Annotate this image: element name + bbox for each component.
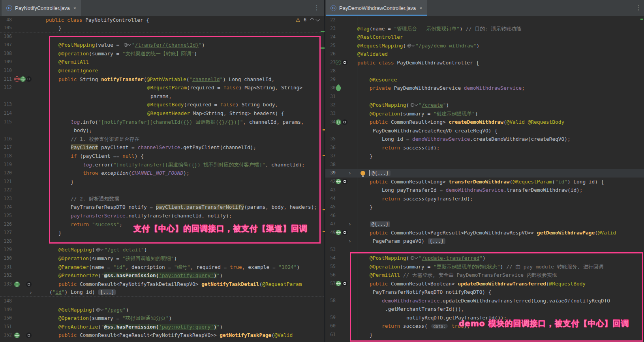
code-line-wrap[interactable]: ›("id") Long id) {...} [0, 288, 324, 297]
url-globe-icon[interactable] [407, 43, 414, 48]
endpoint-icon[interactable] [336, 119, 341, 125]
code-line-26[interactable]: 26@Validated [325, 50, 644, 59]
line-number[interactable]: 59 [325, 314, 336, 322]
api-doc-icon[interactable] [342, 230, 347, 235]
line-number[interactable]: 125 [0, 212, 12, 220]
line-number[interactable]: 57 [325, 280, 336, 288]
line-number[interactable]: 38 [325, 161, 336, 169]
code-line-53[interactable]: 53 [325, 246, 644, 254]
code-line-110[interactable]: 110@TenantIgnore [0, 66, 324, 75]
code-line-38[interactable]: 38 [325, 161, 644, 169]
url-globe-icon[interactable] [96, 248, 103, 252]
endpoint-icon[interactable] [336, 179, 341, 184]
code-line-23[interactable]: 23@Tag(name = "管理后台 - 示例提现订单") // 目的: 演示… [325, 25, 644, 33]
code-line-123[interactable]: 123// 2. 解析通知数据 [0, 195, 324, 203]
line-number[interactable]: 25 [325, 42, 336, 50]
line-number[interactable]: 22 [325, 16, 336, 25]
line-number[interactable]: 130 [0, 254, 12, 263]
line-number[interactable]: 129 [0, 246, 12, 254]
line-number[interactable]: 106 [0, 32, 12, 41]
code-line-wrap[interactable]: body); [0, 126, 324, 135]
code-line-36[interactable]: 36return success(id); [325, 144, 644, 152]
code-line-118[interactable]: 118if (payClient == null) { [0, 152, 324, 161]
api-doc-icon[interactable] [26, 333, 32, 338]
code-line-116[interactable]: 116// 1. 校验支付渠道是否存在 [0, 135, 324, 144]
line-number[interactable]: 58 [325, 297, 336, 305]
code-line-44[interactable]: 44return success(payTransferId); [325, 195, 644, 203]
code-line-111[interactable]: 111mpublic String notifyTransfer(@PathVa… [0, 75, 324, 84]
endpoint-icon[interactable] [14, 282, 20, 287]
endpoint-icon[interactable] [20, 76, 26, 82]
code-line-129[interactable]: 129@GetMapping("/get-detail") [0, 246, 324, 254]
line-number[interactable]: 54 [325, 254, 336, 263]
line-number[interactable]: 107 [0, 41, 12, 49]
code-line-109[interactable]: 109@PermitAll [0, 58, 324, 66]
code-line-115[interactable]: 115log.info("[notifyTransfer][channelId(… [0, 118, 324, 127]
folded-code-chip[interactable]: {...} [98, 289, 116, 295]
line-number[interactable]: 43 [325, 186, 336, 195]
prev-warning-icon[interactable] [310, 17, 314, 22]
code-line-152[interactable]: 152public CommonResult<PageResult<PayNot… [0, 331, 324, 340]
code-line-33[interactable]: 33@Operation(summary = "创建示例提现单") [325, 110, 644, 118]
code-line-112[interactable]: 112@RequestParam(required = false) Map<S… [0, 83, 324, 92]
code-line-54[interactable]: 54@PostMapping("/update-transferred") [325, 254, 644, 263]
line-number[interactable]: 49 [325, 229, 336, 237]
code-line-34[interactable]: 34public CommonResult<Long> createDemoWi… [325, 118, 644, 127]
code-line-114[interactable]: 114@RequestHeader Map<String, String> he… [0, 109, 324, 118]
api-doc-icon[interactable] [342, 60, 347, 65]
line-number[interactable]: 42 [325, 178, 336, 186]
code-line-57[interactable]: 57public CommonResult<Boolean> updateDem… [325, 280, 644, 288]
line-number[interactable]: 61 [325, 331, 336, 339]
api-doc-icon[interactable] [342, 179, 347, 184]
line-number[interactable]: 34 [325, 118, 336, 127]
line-number[interactable]: 119 [0, 161, 12, 169]
code-line-28[interactable]: 28 [325, 67, 644, 76]
code-line-105[interactable]: 105} [0, 24, 324, 32]
folded-code-chip[interactable]: {...} [428, 238, 445, 244]
editor-paynotifycontroller[interactable]: 105}106107@PostMapping(value = "/transfe… [0, 16, 324, 342]
line-number[interactable]: 116 [0, 135, 12, 144]
test-check-icon[interactable]: ✓ [336, 60, 341, 65]
line-number[interactable]: 31 [325, 93, 336, 101]
code-line-42[interactable]: 42public CommonResult<Long> transferDemo… [325, 178, 644, 186]
line-number[interactable]: 115 [0, 118, 12, 127]
sticky-class-header[interactable]: 48 public class PayNotifyController { ⚠ … [0, 16, 324, 24]
line-number[interactable]: 133 [0, 280, 12, 289]
line-number[interactable]: 36 [325, 144, 336, 152]
code-line-30[interactable]: 30private PayDemoWithdrawService demoWit… [325, 84, 644, 93]
code-line-113[interactable]: 113@RequestBody(required = false) String… [0, 100, 324, 109]
code-line-125[interactable]: 125payTransferService.notifyTransfer(cha… [0, 212, 324, 220]
line-number[interactable]: 110 [0, 66, 12, 75]
code-line-24[interactable]: 24@RestController [325, 33, 644, 42]
line-number[interactable]: 111 [0, 75, 12, 84]
code-line-46[interactable]: 46 [325, 212, 644, 220]
code-line-31[interactable]: 31 [325, 93, 644, 101]
url-globe-icon[interactable] [124, 43, 131, 47]
mock-icon[interactable]: m [14, 76, 20, 82]
code-line-wrap[interactable]: .getMerchantTransferId()), [325, 305, 644, 314]
code-line-151[interactable]: 151@PreAuthorize("@ss.hasPermission('pay… [0, 323, 324, 331]
line-number[interactable]: 151 [0, 323, 12, 331]
code-line-27[interactable]: 27✓public class PayDemoWithdrawControlle… [325, 59, 644, 67]
code-line-49[interactable]: 49public CommonResult<PageResult<PayDemo… [325, 229, 644, 237]
line-number[interactable]: 47 [325, 220, 336, 229]
code-line-108[interactable]: 108@Operation(summary = "支付渠道的统一【转账】回调") [0, 49, 324, 58]
code-line-29[interactable]: 29@Resource [325, 76, 644, 84]
line-number[interactable]: 30 [325, 84, 336, 93]
code-line-128[interactable]: 128 [0, 237, 324, 246]
line-number[interactable]: 105 [0, 24, 12, 32]
intention-bulb-icon[interactable] [360, 171, 365, 176]
code-line-32[interactable]: 32@PostMapping("/create") [325, 101, 644, 110]
code-line-58[interactable]: 58demoWithdrawService.updateDemoWithdraw… [325, 297, 644, 305]
line-number[interactable]: 121 [0, 178, 12, 186]
editor-paydemowithdrawcontroller[interactable]: 2223@Tag(name = "管理后台 - 示例提现订单") // 目的: … [325, 16, 644, 342]
line-number[interactable]: 32 [325, 101, 336, 110]
code-line-47[interactable]: 47›@{...} [325, 220, 644, 229]
line-number[interactable]: 28 [325, 67, 336, 76]
fold-arrow-icon[interactable]: › [348, 221, 351, 227]
line-number[interactable]: 149 [0, 306, 12, 314]
code-line-25[interactable]: 25@RequestMapping("/pay/demo-withdraw") [325, 42, 644, 50]
line-number[interactable]: 128 [0, 237, 12, 246]
line-number[interactable]: 39 [325, 169, 336, 178]
code-line-wrap[interactable]: params, [0, 92, 324, 101]
